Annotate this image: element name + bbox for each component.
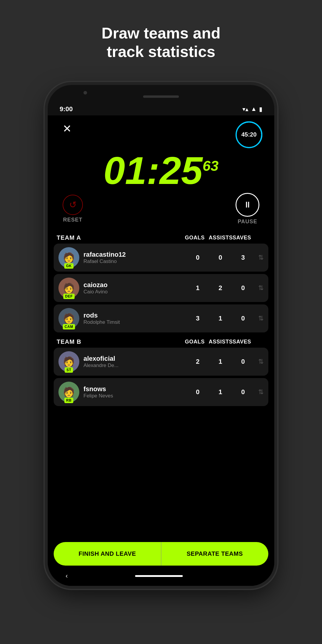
close-button[interactable]: ✕ <box>60 121 75 136</box>
player-username: rafacastino12 <box>83 251 186 258</box>
match-timer-circle: 45:20 <box>236 121 262 148</box>
player-row: 🧑 RB fsnows Felipe Neves 0 1 0 ⇅ <box>54 378 268 406</box>
position-badge: RB <box>64 398 73 403</box>
assists-val: 0 <box>213 254 228 261</box>
goals-val: 1 <box>190 284 205 292</box>
player-avatar-wrap: 🧑 ST <box>58 351 79 372</box>
saves-val: 0 <box>236 358 250 366</box>
team-a-stats-header: GOALS ASSISTS SAVES <box>185 235 265 241</box>
phone-bottom-nav: ‹ <box>48 569 274 586</box>
reset-button[interactable]: ↺ RESET <box>63 195 83 223</box>
position-badge: DEF <box>63 294 75 299</box>
player-avatar-wrap: 🧑 DEF <box>58 278 79 298</box>
teams-section: TEAM A GOALS ASSISTS SAVES 🧑 GK rafacast… <box>48 231 274 539</box>
sort-spacer-a <box>256 235 265 241</box>
player-row: 🧑 CAM rods Rodolphe Timsit 3 1 0 ⇅ <box>54 304 268 332</box>
status-icons: ▾▴ ▲ ▮ <box>242 106 262 113</box>
player-stats: 2 1 0 ⇅ <box>190 358 264 366</box>
saves-val: 3 <box>236 254 250 261</box>
sort-arrows[interactable]: ⇅ <box>258 388 264 396</box>
player-username: caiozao <box>83 281 186 289</box>
front-camera <box>83 91 87 95</box>
pause-button[interactable]: ⏸ PAUSE <box>236 193 259 225</box>
phone-frame: 9:00 ▾▴ ▲ ▮ ✕ 45:20 01:2563 ↺ RESET <box>48 85 274 586</box>
separate-teams-button[interactable]: SEPARATE TEAMS <box>161 542 269 566</box>
player-info: fsnows Felipe Neves <box>83 385 186 399</box>
sort-arrows[interactable]: ⇅ <box>258 284 264 292</box>
player-fullname: Alexandre De... <box>83 363 186 369</box>
player-row: 🧑 GK rafacastino12 Rafael Castino 0 0 3 … <box>54 244 268 272</box>
saves-val: 0 <box>236 315 250 322</box>
position-badge: CAM <box>63 324 75 329</box>
sort-arrows[interactable]: ⇅ <box>258 315 264 322</box>
player-info: rods Rodolphe Timsit <box>83 312 186 325</box>
app-content: ✕ 45:20 01:2563 ↺ RESET ⏸ PAUSE <box>48 115 274 586</box>
phone-speaker <box>143 95 179 98</box>
status-time: 9:00 <box>60 105 73 113</box>
reset-label: RESET <box>63 217 82 223</box>
goals-val: 0 <box>190 254 205 261</box>
top-controls: ✕ 45:20 <box>48 115 274 151</box>
player-row: 🧑 ST alexoficial Alexandre De... 2 1 0 ⇅ <box>54 348 268 376</box>
player-fullname: Rafael Castino <box>83 258 186 264</box>
goals-header-b: GOALS <box>185 339 200 345</box>
saves-header-b: SAVES <box>233 339 247 345</box>
reset-icon: ↺ <box>63 195 83 215</box>
goals-header-a: GOALS <box>185 235 200 241</box>
player-fullname: Felipe Neves <box>83 393 186 399</box>
sort-spacer-b <box>256 339 265 345</box>
player-row: 🧑 DEF caiozao Caio Avino 1 2 0 ⇅ <box>54 274 268 302</box>
signal-icon: ▲ <box>251 106 257 112</box>
saves-header-a: SAVES <box>233 235 247 241</box>
assists-header-b: ASSISTS <box>209 339 224 345</box>
assists-val: 2 <box>213 284 228 292</box>
team-b-stats-header: GOALS ASSISTS SAVES <box>185 339 265 345</box>
player-avatar-wrap: 🧑 RB <box>58 382 79 402</box>
milliseconds-display: 63 <box>203 158 219 174</box>
sort-arrows[interactable]: ⇅ <box>258 254 264 261</box>
phone-top-bar <box>48 85 274 103</box>
position-badge: ST <box>65 367 73 373</box>
status-bar: 9:00 ▾▴ ▲ ▮ <box>48 103 274 115</box>
player-info: alexoficial Alexandre De... <box>83 355 186 369</box>
main-time-display: 01:2563 <box>103 151 219 190</box>
wifi-icon: ▾▴ <box>242 106 248 113</box>
player-stats: 1 2 0 ⇅ <box>190 284 264 292</box>
player-stats: 0 0 3 ⇅ <box>190 254 264 261</box>
team-a-name: TEAM A <box>57 234 81 241</box>
assists-val: 1 <box>213 358 228 366</box>
player-stats: 0 1 0 ⇅ <box>190 388 264 396</box>
position-badge: GK <box>64 263 74 269</box>
player-username: rods <box>83 312 186 319</box>
player-username: alexoficial <box>83 355 186 363</box>
assists-header-a: ASSISTS <box>209 235 224 241</box>
assists-val: 1 <box>213 388 228 396</box>
goals-val: 0 <box>190 388 205 396</box>
pause-icon: ⏸ <box>236 193 259 217</box>
player-info: caiozao Caio Avino <box>83 281 186 295</box>
saves-val: 0 <box>236 284 250 292</box>
team-a-header: TEAM A GOALS ASSISTS SAVES <box>54 231 268 244</box>
player-info: rafacastino12 Rafael Castino <box>83 251 186 264</box>
home-indicator[interactable] <box>135 575 183 577</box>
page-header: Draw teams and track statistics <box>0 24 322 61</box>
player-avatar-wrap: 🧑 CAM <box>58 308 79 329</box>
main-timer: 01:2563 <box>48 151 274 193</box>
player-username: fsnows <box>83 385 186 393</box>
goals-val: 3 <box>190 315 205 322</box>
team-b-header: TEAM B GOALS ASSISTS SAVES <box>54 335 268 348</box>
player-avatar-wrap: 🧑 GK <box>58 247 79 268</box>
action-buttons: ↺ RESET ⏸ PAUSE <box>48 193 274 231</box>
pause-label: PAUSE <box>238 219 257 225</box>
bottom-buttons: FINISH AND LEAVE SEPARATE TEAMS <box>54 542 268 566</box>
saves-val: 0 <box>236 388 250 396</box>
player-fullname: Rodolphe Timsit <box>83 319 186 325</box>
back-button[interactable]: ‹ <box>66 572 68 580</box>
assists-val: 1 <box>213 315 228 322</box>
finish-and-leave-button[interactable]: FINISH AND LEAVE <box>54 542 161 566</box>
player-stats: 3 1 0 ⇅ <box>190 315 264 322</box>
sort-arrows[interactable]: ⇅ <box>258 358 264 366</box>
battery-icon: ▮ <box>259 106 262 113</box>
team-b-name: TEAM B <box>57 338 81 345</box>
goals-val: 2 <box>190 358 205 366</box>
